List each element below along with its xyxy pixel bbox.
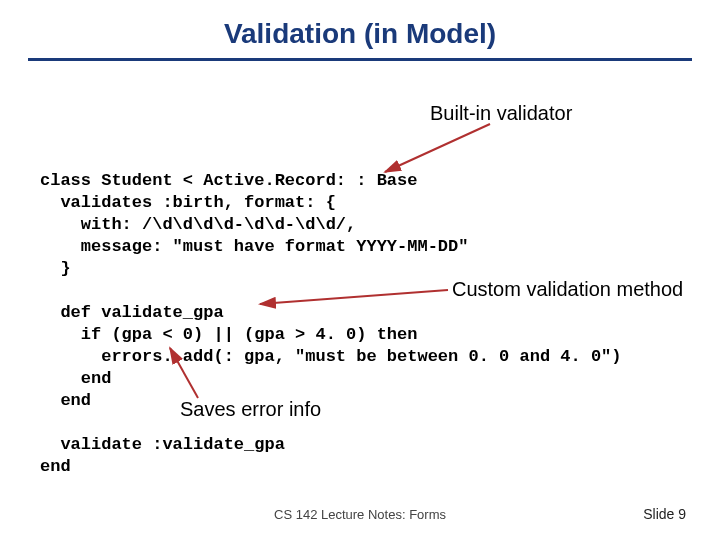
code-line: validates :birth, format: {	[40, 193, 336, 212]
annotation-builtin: Built-in validator	[430, 102, 572, 125]
code-line: end	[40, 391, 91, 410]
code-line: def validate_gpa	[40, 303, 224, 322]
code-line: end	[40, 369, 111, 388]
title-divider	[28, 58, 692, 61]
code-line: class Student < Active.Record: : Base	[40, 171, 417, 190]
code-line: if (gpa < 0) || (gpa > 4. 0) then	[40, 325, 417, 344]
code-line: message: "must have format YYYY-MM-DD"	[40, 237, 468, 256]
code-line: with: /\d\d\d\d-\d\d-\d\d/,	[40, 215, 356, 234]
code-line: validate :validate_gpa	[40, 435, 285, 454]
footer-center: CS 142 Lecture Notes: Forms	[0, 507, 720, 522]
code-line: end	[40, 457, 71, 476]
code-line: errors. add(: gpa, "must be between 0. 0…	[40, 347, 622, 366]
footer-slide-number: Slide 9	[643, 506, 686, 522]
page-title: Validation (in Model)	[0, 18, 720, 50]
code-block: class Student < Active.Record: : Base va…	[40, 148, 622, 478]
code-line: }	[40, 259, 71, 278]
